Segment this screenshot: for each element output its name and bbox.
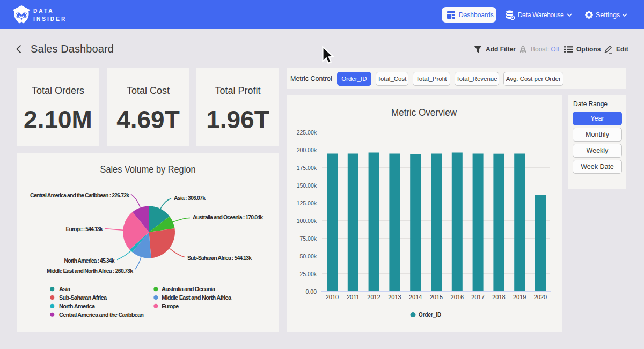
svg-text:75.00k: 75.00k bbox=[299, 235, 317, 242]
svg-text:Australia and Oceania : 170.04: Australia and Oceania : 170.04k bbox=[193, 214, 263, 220]
svg-text:2013: 2013 bbox=[388, 294, 401, 300]
svg-text:North America : 45.34k: North America : 45.34k bbox=[64, 257, 115, 264]
svg-text:Sub-Saharan Africa : 544.13k: Sub-Saharan Africa : 544.13k bbox=[187, 255, 252, 261]
svg-text:2016: 2016 bbox=[451, 294, 464, 300]
svg-text:225.00k: 225.00k bbox=[297, 129, 317, 136]
svg-text:Central America and the Caribb: Central America and the Caribbean : 226.… bbox=[30, 192, 129, 198]
svg-text:50.00k: 50.00k bbox=[299, 253, 317, 259]
svg-text:2015: 2015 bbox=[430, 294, 443, 300]
svg-text:25.00k: 25.00k bbox=[299, 271, 317, 277]
svg-text:2017: 2017 bbox=[471, 294, 484, 300]
svg-text:Order_ID: Order_ID bbox=[419, 311, 441, 318]
svg-text:2020: 2020 bbox=[534, 294, 547, 300]
svg-text:2018: 2018 bbox=[492, 294, 505, 300]
svg-text:Europe: Europe bbox=[162, 303, 179, 309]
svg-text:2012: 2012 bbox=[367, 294, 380, 300]
svg-text:2014: 2014 bbox=[409, 294, 422, 300]
svg-text:Middle East and North Africa: Middle East and North Africa bbox=[162, 294, 232, 301]
svg-text:Asia : 306.07k: Asia : 306.07k bbox=[174, 195, 206, 201]
svg-text:Central America and the Caribb: Central America and the Caribbean bbox=[59, 311, 144, 318]
svg-text:Australia and Oceania: Australia and Oceania bbox=[162, 286, 216, 292]
svg-text:Asia: Asia bbox=[59, 286, 71, 292]
svg-text:Sales Volume by Region: Sales Volume by Region bbox=[100, 164, 196, 175]
svg-text:100.00k: 100.00k bbox=[297, 218, 317, 224]
svg-text:2010: 2010 bbox=[326, 294, 339, 300]
svg-text:North America: North America bbox=[59, 303, 96, 309]
svg-text:Europe : 544.13k: Europe : 544.13k bbox=[66, 226, 103, 232]
svg-text:150.00k: 150.00k bbox=[297, 182, 317, 189]
svg-text:Metric Overview: Metric Overview bbox=[391, 107, 457, 118]
svg-text:175.00k: 175.00k bbox=[297, 165, 317, 171]
svg-text:Middle East and North Africa :: Middle East and North Africa : 260.73k bbox=[47, 268, 133, 274]
svg-text:200.00k: 200.00k bbox=[297, 147, 317, 153]
svg-text:Sub-Saharan Africa: Sub-Saharan Africa bbox=[59, 294, 107, 301]
svg-text:0.00: 0.00 bbox=[306, 288, 317, 295]
svg-text:2019: 2019 bbox=[513, 294, 526, 300]
svg-text:125.00k: 125.00k bbox=[297, 200, 317, 206]
svg-text:2011: 2011 bbox=[347, 294, 360, 300]
